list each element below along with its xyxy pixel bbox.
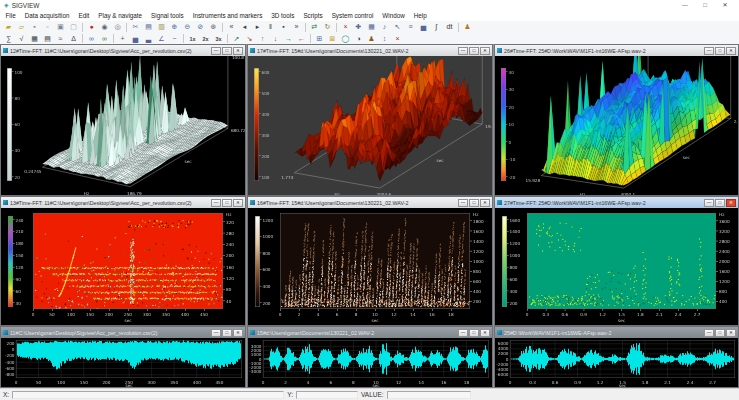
close-button[interactable]: ✕ (726, 329, 736, 337)
menu-edit[interactable]: Edit (74, 11, 94, 21)
maximize-button[interactable]: □ (715, 329, 725, 337)
pause-icon[interactable]: ‖ (265, 22, 277, 32)
inverse-fft-icon[interactable]: √ (16, 34, 28, 44)
zoom-reset-icon[interactable]: ⊘ (195, 22, 207, 32)
cut-icon[interactable]: ✂ (130, 22, 142, 32)
minimize-button[interactable]: — (458, 329, 468, 337)
window-titlebar[interactable]: 15#d:\Users\goran\Documents\130221_02.WA… (248, 327, 492, 338)
plot-canvas-signal-wav1[interactable] (248, 338, 492, 387)
run-forward-icon[interactable]: ↗ (231, 34, 243, 44)
export-icon[interactable]: ▢ (68, 22, 80, 32)
line-chart-icon[interactable]: ∠ (156, 34, 168, 44)
plot-canvas-fft3d-acc[interactable] (1, 56, 245, 195)
play-icon[interactable]: ▸ (252, 22, 264, 32)
plot-canvas-fft3d-wav1[interactable] (248, 56, 492, 195)
plot-canvas-spectro-acc[interactable] (1, 208, 245, 325)
integrate-icon[interactable]: ∫ (431, 22, 443, 32)
record-pause-icon[interactable]: ◉ (99, 22, 111, 32)
time-fft-icon[interactable]: ▤ (42, 34, 54, 44)
filter-icon[interactable]: ≡ (405, 22, 417, 32)
plot-area-spectro-wav1[interactable] (248, 208, 492, 325)
plot-area-signal-wav1[interactable] (248, 338, 492, 387)
scale-2x-icon[interactable]: 2x (200, 34, 212, 44)
sync-windows-icon[interactable]: ⇄ (309, 22, 321, 32)
cepstrum-icon[interactable]: Δ (68, 34, 80, 44)
maximize-button[interactable]: □ (222, 329, 232, 337)
wizard-icon[interactable]: ♟ (462, 22, 474, 32)
plot-area-fft3d-wav1[interactable] (248, 56, 492, 195)
delete-icon[interactable]: × (340, 22, 352, 32)
close-button[interactable]: ✕ (233, 47, 243, 55)
differentiate-icon[interactable]: dt (444, 22, 456, 32)
bar-chart-icon[interactable]: ▅ (130, 34, 142, 44)
menu-file[interactable]: File (1, 11, 20, 21)
maximize-button[interactable]: □ (695, 0, 715, 11)
plot-canvas-signal-wav2[interactable] (495, 338, 738, 387)
minimize-button[interactable]: — (211, 329, 221, 337)
window-titlebar[interactable]: 17#Time-FFT: 15#d:\Users\goran\Documents… (248, 45, 492, 56)
crosshair-icon[interactable]: ✚ (353, 22, 365, 32)
plot-canvas-spectro-wav2[interactable] (495, 208, 738, 325)
close-button[interactable]: ✕ (233, 329, 243, 337)
maximize-button[interactable]: □ (469, 329, 479, 337)
minimize-button[interactable]: — (211, 199, 221, 207)
menu-help[interactable]: Help (409, 11, 431, 21)
plot-area-spectro-acc[interactable] (1, 208, 245, 325)
tile-windows-icon[interactable]: ▦ (366, 22, 378, 32)
close-button[interactable]: ✕ (726, 199, 736, 207)
plot-area-fft3d-acc[interactable] (1, 56, 245, 195)
plot-area-signal-acc[interactable] (1, 338, 245, 387)
histogram-icon[interactable]: ▅ (418, 22, 430, 32)
window-titlebar[interactable]: 11#C:\Users\goran\Desktop\Sigview\Acc_pe… (1, 327, 245, 338)
menu-system-control[interactable]: System control (327, 11, 378, 21)
close-button[interactable]: ✕ (726, 47, 736, 55)
grid-3d-icon[interactable]: ⊞ (314, 34, 326, 44)
maximize-button[interactable]: □ (469, 199, 479, 207)
maximize-button[interactable]: □ (222, 199, 232, 207)
minimize-button[interactable]: — (704, 329, 714, 337)
plot-area-signal-wav2[interactable] (495, 338, 738, 387)
minimize-button[interactable]: — (458, 47, 468, 55)
save-as-icon[interactable]: ▫ (42, 22, 54, 32)
open-folder-icon[interactable]: ▰ (3, 22, 15, 32)
window-titlebar[interactable]: 25#D:\Work\WAV\M1F1-int16WE-AFsp.wav-2—□… (495, 327, 738, 338)
copy-icon[interactable]: ▤ (143, 22, 155, 32)
close-tool-icon[interactable]: × (392, 34, 404, 44)
menu-instruments-and-markers[interactable]: Instruments and markers (188, 11, 267, 21)
plot-canvas-fft3d-wav2[interactable] (495, 56, 738, 195)
paste-icon[interactable]: ▥ (156, 22, 168, 32)
step-back-icon[interactable]: ◂ (239, 22, 251, 32)
open-file-icon[interactable]: ▱ (16, 22, 28, 32)
plot-area-fft3d-wav2[interactable] (495, 56, 738, 195)
run-right-icon[interactable]: → (283, 34, 295, 44)
user-icon[interactable]: ♟ (366, 34, 378, 44)
sphere-3d-icon[interactable]: ◯ (340, 34, 352, 44)
save-icon[interactable]: ▪ (29, 22, 41, 32)
plot-canvas-signal-acc[interactable] (1, 338, 245, 387)
menu-data-acquisition[interactable]: Data acquisition (20, 11, 74, 21)
window-titlebar[interactable]: 26#Time-FFT: 25#D:\Work\WAV\M1F1-int16WE… (495, 45, 738, 56)
scale-3x-icon[interactable]: 3x (213, 34, 225, 44)
close-button[interactable]: ✕ (480, 47, 490, 55)
minimize-button[interactable]: — (458, 199, 468, 207)
pointer-icon[interactable]: ↖ (392, 22, 404, 32)
surface-3d-icon[interactable]: ⊠ (327, 34, 339, 44)
cross-spectrum-icon[interactable]: ≈ (55, 34, 67, 44)
menu-play-navigate[interactable]: Play & navigate (94, 11, 147, 21)
minimize-button[interactable]: — (704, 199, 714, 207)
skip-start-icon[interactable]: « (226, 22, 238, 32)
window-titlebar[interactable]: 27#Time-FFT: 25#D:\Work\WAV\M1F1-int16WE… (495, 197, 738, 208)
menu-window[interactable]: Window (378, 11, 409, 21)
run-down-icon[interactable]: ↓ (270, 34, 282, 44)
fft-icon[interactable]: ∑ (3, 34, 15, 44)
audio-icon[interactable]: ♪ (379, 22, 391, 32)
link-windows-icon[interactable]: ∞ (86, 34, 98, 44)
stop-icon[interactable]: ▪ (278, 22, 290, 32)
close-button[interactable]: ✕ (480, 329, 490, 337)
minimize-button[interactable]: — (211, 47, 221, 55)
refresh-icon[interactable]: ↻ (322, 22, 334, 32)
smoothing-icon[interactable]: ~ (169, 34, 181, 44)
plot-canvas-spectro-wav1[interactable] (248, 208, 492, 325)
close-button[interactable]: ✕ (233, 199, 243, 207)
window-titlebar[interactable]: 12#Time-FFT: 11#C:\Users\goran\Desktop\S… (1, 45, 245, 56)
